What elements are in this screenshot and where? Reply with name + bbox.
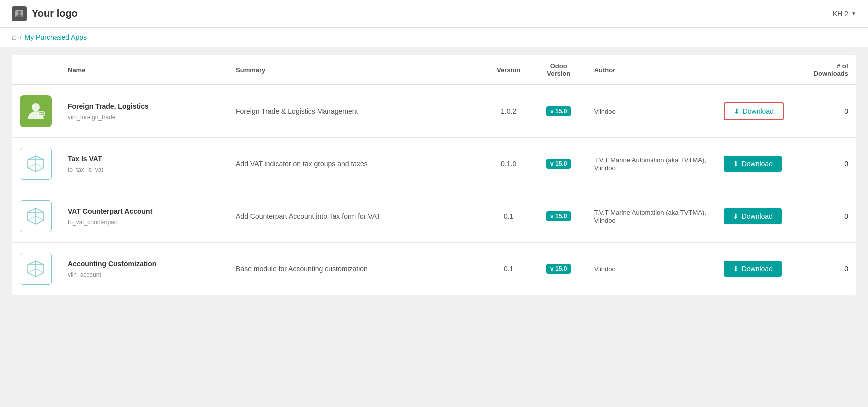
download-icon: ⬇ bbox=[734, 107, 740, 115]
col-download-btn-header bbox=[716, 55, 806, 85]
app-icon bbox=[20, 95, 52, 127]
table-row: VAT Counterpart Account to_vat_counterpa… bbox=[12, 190, 856, 243]
app-author-cell: T.V.T Marine Automation (aka TVTMA), Vii… bbox=[586, 190, 716, 243]
apps-table-container: Name Summary Version Odoo Version Author bbox=[12, 55, 856, 295]
download-icon: ⬇ bbox=[733, 160, 739, 168]
app-module: to_tax_is_vat bbox=[68, 166, 220, 173]
app-icon-cell bbox=[12, 190, 60, 243]
col-downloads-header: # of Downloads bbox=[806, 55, 856, 85]
download-icon: ⬇ bbox=[733, 212, 739, 220]
odoo-version-badge: v 15.0 bbox=[546, 264, 571, 274]
svg-line-12 bbox=[28, 216, 36, 220]
app-icon bbox=[20, 253, 52, 285]
app-version-cell: 0.1 bbox=[486, 190, 531, 243]
download-btn-cell: ⬇ Download bbox=[716, 190, 806, 243]
col-version-header: Version bbox=[486, 55, 531, 85]
col-odoo-header: Odoo Version bbox=[531, 55, 586, 85]
download-btn-cell: ⬇ Download bbox=[716, 85, 806, 138]
odoo-version-badge: v 15.0 bbox=[546, 211, 571, 221]
app-version-cell: 0.1 bbox=[486, 243, 531, 295]
app-version-cell: 0.1.0 bbox=[486, 138, 531, 190]
app-odoo-version-cell: v 15.0 bbox=[531, 190, 586, 243]
app-module: viin_account bbox=[68, 271, 220, 278]
app-module: viin_foreign_trade bbox=[68, 114, 220, 121]
user-menu[interactable]: KH 2 ▼ bbox=[833, 10, 856, 18]
col-author-header: Author bbox=[586, 55, 716, 85]
home-icon[interactable]: ⌂ bbox=[12, 33, 17, 42]
download-label: Download bbox=[742, 160, 773, 168]
download-label: Download bbox=[742, 212, 773, 220]
app-name-cell: Accounting Customization viin_account bbox=[60, 243, 228, 295]
app-icon-cell bbox=[12, 243, 60, 295]
svg-rect-3 bbox=[38, 111, 45, 116]
app-name-cell: Tax Is VAT to_tax_is_vat bbox=[60, 138, 228, 190]
odoo-version-badge: v 15.0 bbox=[546, 159, 571, 169]
odoo-version-badge: v 15.0 bbox=[546, 106, 571, 116]
table-header-row: Name Summary Version Odoo Version Author bbox=[12, 55, 856, 85]
app-author-cell: Viindoo bbox=[586, 85, 716, 138]
app-name: Accounting Customization bbox=[68, 259, 220, 269]
downloads-count-cell: 0 bbox=[806, 85, 856, 138]
download-btn-cell: ⬇ Download bbox=[716, 138, 806, 190]
app-summary-cell: Add VAT indicator on tax groups and taxe… bbox=[228, 138, 486, 190]
app-icon bbox=[20, 200, 52, 232]
apps-table: Name Summary Version Odoo Version Author bbox=[12, 55, 856, 295]
app-name: Tax Is VAT bbox=[68, 154, 220, 164]
app-odoo-version-cell: v 15.0 bbox=[531, 85, 586, 138]
download-icon: ⬇ bbox=[733, 265, 739, 273]
download-button[interactable]: ⬇ Download bbox=[724, 102, 784, 120]
table-row: Accounting Customization viin_account Ba… bbox=[12, 243, 856, 295]
app-author-cell: T.V.T Marine Automation (aka TVTMA), Vii… bbox=[586, 138, 716, 190]
app-name: VAT Counterpart Account bbox=[68, 207, 220, 217]
logo-text: Your logo bbox=[32, 8, 78, 19]
app-name: Foreign Trade, Logistics bbox=[68, 102, 220, 112]
app-icon-cell bbox=[12, 138, 60, 190]
app-author: Viindoo bbox=[594, 108, 616, 115]
app-odoo-version-cell: v 15.0 bbox=[531, 138, 586, 190]
app-author: T.V.T Marine Automation (aka TVTMA), Vii… bbox=[594, 156, 706, 172]
app-name-cell: Foreign Trade, Logistics viin_foreign_tr… bbox=[60, 85, 228, 138]
app-summary-cell: Base module for Accounting customization bbox=[228, 243, 486, 295]
main-content: Name Summary Version Odoo Version Author bbox=[0, 55, 868, 307]
breadcrumb-current[interactable]: My Purchased Apps bbox=[25, 33, 87, 41]
app-header: Your logo KH 2 ▼ bbox=[0, 0, 868, 28]
svg-line-16 bbox=[28, 269, 36, 273]
downloads-count-cell: 0 bbox=[806, 138, 856, 190]
col-name-header: Name bbox=[60, 55, 228, 85]
breadcrumb-separator: / bbox=[20, 33, 22, 41]
download-button[interactable]: ⬇ Download bbox=[724, 261, 782, 277]
app-module: to_vat_counterpart bbox=[68, 219, 220, 226]
chevron-down-icon: ▼ bbox=[851, 11, 856, 16]
svg-line-17 bbox=[36, 269, 44, 273]
app-author-cell: Viindoo bbox=[586, 243, 716, 295]
table-row: Tax Is VAT to_tax_is_vat Add VAT indicat… bbox=[12, 138, 856, 190]
svg-point-2 bbox=[32, 103, 40, 111]
logo-icon bbox=[12, 6, 27, 21]
breadcrumb: ⌂ / My Purchased Apps bbox=[0, 28, 868, 47]
app-name-cell: VAT Counterpart Account to_vat_counterpa… bbox=[60, 190, 228, 243]
table-row: Foreign Trade, Logistics viin_foreign_tr… bbox=[12, 85, 856, 138]
svg-line-13 bbox=[36, 216, 44, 220]
downloads-count-cell: 0 bbox=[806, 243, 856, 295]
app-icon-cell bbox=[12, 85, 60, 138]
svg-line-9 bbox=[36, 164, 44, 168]
download-button[interactable]: ⬇ Download bbox=[724, 208, 782, 224]
col-icon-header bbox=[12, 55, 60, 85]
app-author: T.V.T Marine Automation (aka TVTMA), Vii… bbox=[594, 209, 706, 224]
download-btn-cell: ⬇ Download bbox=[716, 243, 806, 295]
download-label: Download bbox=[742, 265, 773, 273]
col-summary-header: Summary bbox=[228, 55, 486, 85]
app-version-cell: 1.0.2 bbox=[486, 85, 531, 138]
svg-point-1 bbox=[18, 11, 21, 14]
app-summary-cell: Foreign Trade & Logistics Management bbox=[228, 85, 486, 138]
svg-line-8 bbox=[28, 164, 36, 168]
user-label: KH 2 bbox=[833, 10, 848, 18]
logo-area: Your logo bbox=[12, 6, 78, 21]
download-button[interactable]: ⬇ Download bbox=[724, 156, 782, 172]
download-label: Download bbox=[743, 107, 774, 115]
app-odoo-version-cell: v 15.0 bbox=[531, 243, 586, 295]
app-summary-cell: Add Counterpart Account into Tax form fo… bbox=[228, 190, 486, 243]
app-icon bbox=[20, 148, 52, 180]
app-author: Viindoo bbox=[594, 265, 616, 273]
downloads-count-cell: 0 bbox=[806, 190, 856, 243]
